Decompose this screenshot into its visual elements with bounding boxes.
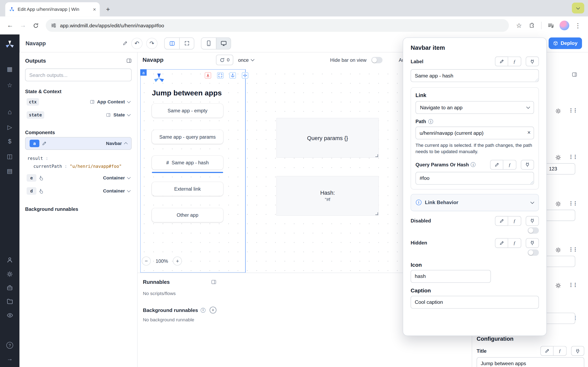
user-icon[interactable] (0, 257, 20, 263)
nav-item-external-link[interactable]: External link (152, 182, 223, 196)
component-row-container-e[interactable]: e Container (25, 172, 132, 184)
desktop-view-button[interactable] (216, 38, 231, 49)
bookmark-star-icon[interactable]: ☆ (513, 20, 525, 31)
resize-corner[interactable] (375, 154, 378, 157)
variables-dollar-icon[interactable]: $ (0, 138, 20, 145)
fx-expression-button[interactable]: ƒ (508, 238, 521, 248)
nav-item-same-app-hash[interactable]: # Same app - hash (152, 156, 223, 170)
fx-expression-button[interactable]: ƒ (553, 346, 567, 356)
caption-value-input[interactable] (411, 296, 539, 309)
favorites-star-icon[interactable]: ☆ (0, 82, 20, 89)
columns-layout-button[interactable] (164, 38, 179, 49)
apps-grid-icon[interactable]: ▦ (0, 66, 20, 73)
forward-button[interactable]: → (17, 20, 28, 31)
zoom-out-button[interactable]: − (142, 257, 151, 266)
nav-item-same-app-query-params[interactable]: Same app - query params (152, 130, 223, 144)
resize-grip[interactable] (530, 181, 533, 184)
title-value-input[interactable] (476, 357, 584, 367)
component-row-container-d[interactable]: d Container (25, 185, 132, 197)
fx-expression-button[interactable]: ƒ (508, 57, 521, 66)
add-background-runnable-button[interactable]: + (210, 307, 216, 313)
panel-collapse-icon[interactable] (126, 58, 132, 63)
static-pencil-button[interactable] (495, 57, 508, 66)
fullscreen-button[interactable] (179, 38, 194, 49)
chevron-down-icon[interactable] (127, 100, 131, 103)
panel-collapse-icon[interactable] (572, 72, 577, 77)
path-value-input[interactable] (415, 127, 534, 139)
chevron-up-icon[interactable] (124, 142, 128, 146)
row-settings-gear-icon[interactable] (555, 247, 561, 253)
audit-eye-icon[interactable] (0, 313, 20, 318)
frequency-dropdown[interactable]: once (238, 57, 254, 63)
folders-icon[interactable] (0, 299, 20, 304)
expand-down-icon[interactable] (205, 72, 211, 78)
drag-grip-icon[interactable]: ⋮⋮ (568, 108, 577, 113)
row-settings-gear-icon[interactable] (555, 155, 561, 160)
runs-play-icon[interactable]: ▷ (0, 124, 20, 131)
connect-plug-button[interactable] (521, 160, 534, 170)
search-outputs-input[interactable] (25, 68, 132, 81)
selected-navbar-component[interactable]: a (140, 69, 246, 273)
fx-expression-button[interactable]: ƒ (508, 216, 521, 226)
output-row-state[interactable]: state State (25, 109, 132, 120)
chevron-down-icon[interactable] (127, 175, 131, 179)
media-playlist-icon[interactable] (545, 20, 557, 31)
browser-menu-icon[interactable]: ⋮ (572, 20, 584, 31)
workers-briefcase-icon[interactable] (0, 285, 20, 291)
icon-value-input[interactable] (411, 270, 491, 283)
help-icon[interactable]: ? (0, 342, 20, 349)
row-settings-gear-icon[interactable] (555, 201, 561, 207)
clear-path-icon[interactable]: × (527, 129, 531, 136)
settings-gear-icon[interactable] (0, 271, 20, 277)
query-params-input[interactable] (415, 172, 534, 184)
tune-icon[interactable] (51, 23, 56, 28)
move-icon[interactable] (242, 72, 248, 78)
drag-grip-icon[interactable]: ⋮⋮ (568, 247, 577, 252)
static-pencil-button[interactable] (495, 238, 508, 248)
resize-corner[interactable] (375, 212, 378, 215)
back-button[interactable]: ← (4, 20, 16, 31)
link-type-select[interactable]: Navigate to an app (415, 101, 534, 114)
url-field[interactable]: app.windmill.dev/apps/edit/u/henri/navap… (46, 19, 509, 32)
hash-box[interactable]: Hash: "#f (277, 176, 379, 216)
nav-item-other-app[interactable]: Other app (152, 208, 223, 222)
resources-icon[interactable]: ◫ (0, 153, 20, 160)
anchor-icon[interactable] (229, 72, 236, 78)
query-params-box[interactable]: Query params {} (277, 118, 379, 158)
link-behavior-accordion[interactable]: i Link Behavior (411, 194, 539, 211)
chevron-down-icon[interactable] (127, 189, 131, 192)
fullscreen-expand-icon[interactable] (217, 72, 223, 78)
hidden-toggle[interactable] (527, 249, 539, 256)
static-pencil-button[interactable] (495, 216, 508, 226)
static-pencil-button[interactable] (540, 346, 553, 356)
home-icon[interactable]: ⌂ (0, 108, 20, 116)
disabled-toggle[interactable] (527, 227, 539, 234)
deploy-button[interactable]: Deploy (549, 38, 582, 49)
windmill-logo-icon[interactable] (0, 40, 20, 50)
connect-plug-button[interactable] (526, 238, 539, 248)
nav-item-same-app-empty[interactable]: Same app - empty (152, 104, 223, 118)
connect-plug-button[interactable] (526, 57, 539, 66)
drag-grip-icon[interactable]: ⋮⋮ (568, 200, 577, 206)
browser-tab[interactable]: Edit App u/henri/navapp | Win × (5, 2, 100, 17)
fx-expression-button[interactable]: ƒ (503, 160, 516, 170)
undo-button[interactable]: ↶ (131, 38, 143, 49)
output-row-ctx[interactable]: ctx App Context (25, 96, 132, 108)
panel-collapse-icon[interactable] (211, 279, 216, 285)
row-settings-gear-icon[interactable] (555, 108, 561, 114)
tab-search-button[interactable] (572, 3, 584, 13)
schedules-calendar-icon[interactable]: ▤ (0, 167, 20, 175)
new-tab-button[interactable]: + (103, 4, 113, 15)
connect-plug-button[interactable] (571, 346, 584, 356)
extensions-puzzle-icon[interactable] (526, 20, 537, 31)
connect-plug-button[interactable] (526, 216, 539, 226)
mobile-view-button[interactable] (201, 38, 216, 49)
label-value-input[interactable] (411, 69, 539, 82)
component-row-navbar[interactable]: a Navbar (25, 137, 132, 150)
currentpath-line[interactable]: currentPath : "u/henri/navapp#foo" (27, 162, 132, 170)
tab-close-icon[interactable]: × (93, 7, 96, 12)
static-pencil-button[interactable] (490, 160, 503, 170)
row-settings-gear-icon[interactable] (555, 283, 561, 289)
redo-button[interactable]: ↷ (146, 38, 157, 49)
rename-pencil-icon[interactable] (123, 41, 128, 46)
